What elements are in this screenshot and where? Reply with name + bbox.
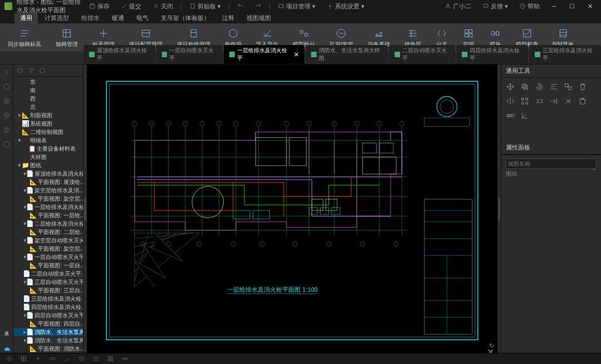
menu-tab-2[interactable]: 给排水 [76, 13, 105, 23]
tree-item-21[interactable]: 📐平面视图: 三层自… [13, 286, 83, 295]
tree-item-22[interactable]: 📄三层给排水及消火栓… [13, 295, 83, 303]
tree-dir-东[interactable]: 东 [13, 78, 83, 86]
tree-item-13[interactable]: ▾📄二层给排水及消火栓… [13, 220, 83, 228]
menu-tab-3[interactable]: 暖通 [106, 13, 130, 23]
bell-icon[interactable] [2, 330, 11, 338]
ribbon-1[interactable]: 轴网管理 [53, 26, 80, 49]
status-ruler-icon[interactable] [120, 355, 129, 363]
cube-icon[interactable] [2, 82, 11, 91]
tree-item-16[interactable]: 📐平面视图: 架空层… [13, 245, 83, 253]
doc-tab-6[interactable]: 三层给排水及消火栓平 [529, 45, 601, 64]
tree-item-27[interactable]: ▾📄消防水、生活水泵房… [13, 336, 83, 345]
move-icon[interactable] [505, 81, 516, 92]
tree-item-28[interactable]: 📐平面视图: 消防水… [13, 345, 83, 353]
tree-item-20[interactable]: ▾📄三层自动喷水灭火平… [13, 278, 83, 286]
view-name-input[interactable] [506, 158, 597, 169]
undo-button[interactable] [234, 3, 247, 9]
doc-tab-2[interactable]: 一层给排水及消火栓平 ✕ [224, 45, 304, 64]
tree-item-12[interactable]: 📐平面视图: 一层给… [13, 211, 83, 220]
tree-dir-北[interactable]: 北 [13, 103, 83, 111]
feedback-button[interactable]: 反馈▾ [479, 2, 511, 11]
tree-item-9[interactable]: ▾📄架空层给排水及消… [13, 186, 83, 195]
tree-item-11[interactable]: ▾📄一层给排水及消火栓… [13, 203, 83, 211]
tree-item-5[interactable]: 大样图 [13, 153, 83, 161]
status-list-icon[interactable] [91, 355, 100, 363]
tree-item-25[interactable]: 📐平面视图: 四层自… [13, 320, 83, 328]
ribbon-0[interactable]: 同步轴网标高 [6, 26, 43, 49]
tree-view-icon[interactable] [17, 67, 23, 74]
rotate-icon[interactable] [534, 81, 545, 92]
tree-item-17[interactable]: ▾📄一层自动喷水灭火平… [13, 253, 83, 261]
tree-item-26[interactable]: ▸📄消防水、生活水泵房… [13, 328, 83, 336]
delete-icon[interactable] [577, 96, 588, 107]
tree-item-6[interactable]: ▾📁图纸 [13, 161, 83, 169]
tree-dir-南[interactable]: 南 [13, 86, 83, 94]
tree-item-2[interactable]: 📐二维绘制视图 [13, 128, 83, 136]
close-doc-button[interactable]: 关闭 [149, 2, 176, 11]
trim-icon[interactable] [563, 96, 574, 107]
drawing-canvas[interactable]: 一层给排水及消火栓平面图 1:100 ↻ ✕ [87, 64, 497, 353]
tree-item-3[interactable]: ▾明细表 [13, 136, 83, 144]
angle-icon[interactable] [519, 110, 530, 121]
status-highlight-icon[interactable] [62, 355, 71, 363]
copy-icon[interactable] [519, 81, 530, 92]
mirror-icon[interactable] [505, 96, 516, 107]
doc-tab-4[interactable]: 二层自动喷水灭火平 [389, 45, 455, 64]
layers-icon[interactable] [2, 111, 11, 120]
doc-tab-1[interactable]: 一层自动喷水灭火平 [156, 45, 223, 64]
redo-button[interactable] [252, 3, 265, 9]
sys-settings-button[interactable]: 系统设置▾ [323, 2, 368, 11]
list-icon[interactable] [2, 126, 11, 134]
submit-button[interactable]: 提交 [117, 2, 145, 11]
doc-tab-3[interactable]: 消防水、生活水泵房大样图 [306, 45, 388, 64]
doc-tab-5[interactable]: 四层给排水及消火栓平 [456, 45, 528, 64]
status-snap-icon[interactable] [33, 355, 42, 363]
close-window-button[interactable]: ✕ [583, 1, 597, 11]
snap-icon[interactable] [534, 96, 545, 107]
status-view-icon[interactable] [4, 355, 13, 363]
tree-item-14[interactable]: 📐平面视图: 二层给… [13, 228, 83, 236]
doc-tab-0[interactable]: 屋顶给排水及消火栓平 [83, 45, 155, 64]
tree-item-15[interactable]: ▾📄架空层自动喷水灭火… [13, 236, 83, 245]
menu-tab-7[interactable]: 视图规图 [241, 13, 277, 23]
tree-item-1[interactable]: 📊系统视图 [13, 119, 83, 128]
trash-icon[interactable] [577, 81, 588, 92]
cube-small-icon[interactable] [39, 67, 46, 74]
tree-item-10[interactable]: 📐平面视图: 架空层… [13, 195, 83, 203]
tree-item-8[interactable]: 📐平面视图: 屋顶给… [13, 178, 83, 186]
menu-tab-6[interactable]: 注释 [216, 13, 240, 23]
target-icon[interactable] [2, 97, 11, 106]
offset-icon[interactable] [563, 81, 574, 92]
filter-icon[interactable] [28, 67, 35, 74]
menu-tab-1[interactable]: 计算选型 [39, 13, 75, 23]
status-grid2-icon[interactable] [106, 355, 115, 363]
status-link-icon[interactable] [48, 355, 57, 363]
close-overlay-icon[interactable]: ✕ [487, 347, 494, 353]
minimize-button[interactable]: ─ [548, 1, 561, 11]
status-layers-icon[interactable] [77, 355, 86, 363]
tree-item-18[interactable]: 📐平面视图: 一层自… [13, 261, 83, 270]
tree-dir-西[interactable]: 西 [13, 94, 83, 103]
tree-item-7[interactable]: ▾📄屋顶给排水及消火栓… [13, 169, 83, 178]
save-button[interactable]: 保存 [86, 2, 113, 11]
status-grid-icon[interactable] [19, 355, 28, 363]
menu-tab-4[interactable]: 电气 [131, 13, 154, 23]
align-icon[interactable] [548, 81, 559, 92]
menu-tab-0[interactable]: 通用 [14, 13, 38, 23]
extend-icon[interactable] [548, 96, 559, 107]
array-icon[interactable] [519, 96, 530, 107]
expand-icon[interactable] [2, 68, 11, 77]
help-icon[interactable] [2, 140, 11, 149]
user-button[interactable]: 广小二 [441, 2, 475, 11]
menu-tab-5[interactable]: 支吊架（体验版） [155, 13, 215, 23]
tree-item-23[interactable]: 📄四层给排水及消火栓… [13, 303, 83, 311]
maximize-button[interactable]: ☐ [565, 1, 579, 11]
tree-item-4[interactable]: 📋主要设备材料表 [13, 144, 83, 153]
help-button[interactable]: ?帮助 [516, 2, 543, 11]
measure-icon[interactable] [505, 110, 516, 121]
cloud-icon[interactable] [2, 344, 11, 353]
tree-item-19[interactable]: 📄二层自动喷水灭火平… [13, 270, 83, 278]
project-mgmt-button[interactable]: 项目管理▾ [274, 2, 319, 11]
tree-item-24[interactable]: ▾📄四层自动喷水灭火平… [13, 311, 83, 320]
clipboard-button[interactable]: 剪贴板▾ [186, 2, 224, 11]
